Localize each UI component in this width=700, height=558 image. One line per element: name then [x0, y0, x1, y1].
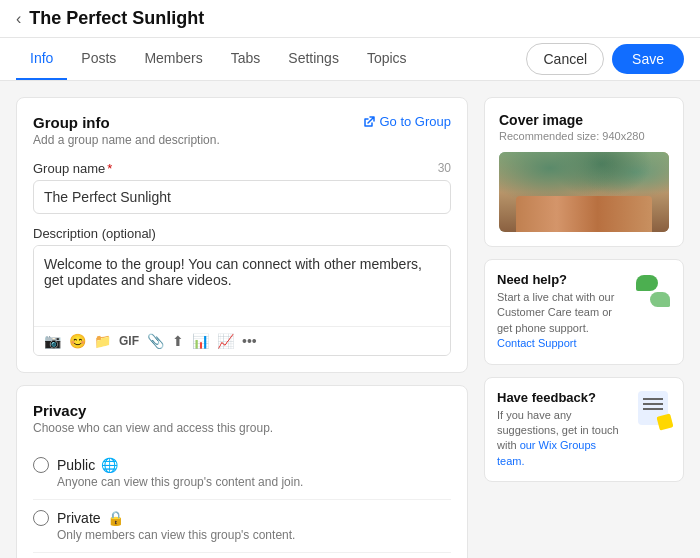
- privacy-public-icon: 🌐: [101, 457, 118, 473]
- char-count: 30: [438, 161, 451, 176]
- privacy-private-header: Private 🔒: [33, 510, 451, 526]
- privacy-option-private: Private 🔒 Only members can view this gro…: [33, 500, 451, 553]
- right-panel: Cover image Recommended size: 940x280 Ne…: [484, 97, 684, 482]
- toolbar-folder-icon[interactable]: 📁: [94, 333, 111, 349]
- group-info-header: Group info Add a group name and descript…: [33, 114, 451, 159]
- go-to-group-link[interactable]: Go to Group: [363, 114, 451, 129]
- feedback-title: Have feedback?: [497, 390, 625, 405]
- toolbar-attachment-icon[interactable]: 📎: [147, 333, 164, 349]
- go-to-group-label: Go to Group: [379, 114, 451, 129]
- cancel-button[interactable]: Cancel: [526, 43, 604, 75]
- privacy-public-label: Public 🌐: [57, 457, 118, 473]
- chat-bubble-1: [636, 275, 658, 291]
- need-help-title: Need help?: [497, 272, 625, 287]
- privacy-public-radio[interactable]: [33, 457, 49, 473]
- description-field-wrapper: Welcome to the group! You can connect wi…: [33, 245, 451, 356]
- privacy-public-header: Public 🌐: [33, 457, 451, 473]
- save-button[interactable]: Save: [612, 44, 684, 74]
- group-name-label-text: Group name: [33, 161, 105, 176]
- privacy-private-icon: 🔒: [107, 510, 124, 526]
- page-title: The Perfect Sunlight: [29, 8, 204, 29]
- toolbar-more-icon[interactable]: •••: [242, 333, 257, 349]
- cover-image-card: Cover image Recommended size: 940x280: [484, 97, 684, 247]
- need-help-body: Start a live chat with our Customer Care…: [497, 290, 625, 352]
- cover-image-title: Cover image: [499, 112, 669, 128]
- pencil-illustration: [656, 413, 673, 430]
- privacy-option-public: Public 🌐 Anyone can view this group's co…: [33, 447, 451, 500]
- need-help-text: Need help? Start a live chat with our Cu…: [497, 272, 625, 352]
- tab-tabs[interactable]: Tabs: [217, 38, 275, 80]
- description-label: Description (optional): [33, 226, 156, 241]
- tab-members[interactable]: Members: [130, 38, 216, 80]
- feedback-body: If you have any suggestions, get in touc…: [497, 408, 625, 470]
- privacy-subtitle: Choose who can view and access this grou…: [33, 421, 451, 435]
- main-content: Group info Add a group name and descript…: [0, 81, 700, 558]
- toolbar-gif-icon[interactable]: GIF: [119, 334, 139, 348]
- back-button[interactable]: ‹: [16, 10, 21, 28]
- required-indicator: *: [107, 161, 112, 176]
- tab-info[interactable]: Info: [16, 38, 67, 80]
- privacy-private-label: Private 🔒: [57, 510, 124, 526]
- group-name-input[interactable]: [33, 180, 451, 214]
- toolbar-emoji-icon[interactable]: 😊: [69, 333, 86, 349]
- group-name-label: Group name *: [33, 161, 112, 176]
- need-help-card: Need help? Start a live chat with our Cu…: [484, 259, 684, 365]
- group-info-titles: Group info Add a group name and descript…: [33, 114, 220, 159]
- privacy-option-paying: Only paying members 💳 Members pay to vie…: [33, 553, 451, 558]
- contact-support-link[interactable]: Contact Support: [497, 337, 577, 349]
- privacy-card: Privacy Choose who can view and access t…: [16, 385, 468, 558]
- chat-icon: [635, 272, 671, 308]
- privacy-options: Public 🌐 Anyone can view this group's co…: [33, 447, 451, 558]
- description-textarea[interactable]: Welcome to the group! You can connect wi…: [34, 246, 450, 326]
- privacy-private-description: Only members can view this group's conte…: [57, 528, 451, 542]
- tab-topics[interactable]: Topics: [353, 38, 421, 80]
- nav-bar: Info Posts Members Tabs Settings Topics …: [0, 38, 700, 81]
- feedback-text: Have feedback? If you have any suggestio…: [497, 390, 625, 470]
- textarea-toolbar: 📷 😊 📁 GIF 📎 ⬆ 📊 📈 •••: [34, 326, 450, 355]
- nav-tabs: Info Posts Members Tabs Settings Topics: [16, 38, 526, 80]
- cover-image-preview[interactable]: [499, 152, 669, 232]
- header: ‹ The Perfect Sunlight: [0, 0, 700, 38]
- group-info-title: Group info: [33, 114, 220, 131]
- tab-settings[interactable]: Settings: [274, 38, 353, 80]
- feedback-card: Have feedback? If you have any suggestio…: [484, 377, 684, 483]
- toolbar-chart-icon[interactable]: 📊: [192, 333, 209, 349]
- toolbar-image-icon[interactable]: 📷: [44, 333, 61, 349]
- privacy-title: Privacy: [33, 402, 451, 419]
- privacy-private-radio[interactable]: [33, 510, 49, 526]
- privacy-public-text: Public: [57, 457, 95, 473]
- note-icon-wrapper: [635, 390, 671, 426]
- note-illustration: [638, 391, 668, 425]
- chat-bubble-illustration: [636, 273, 670, 307]
- privacy-private-text: Private: [57, 510, 101, 526]
- cover-image-subtitle: Recommended size: 940x280: [499, 130, 669, 142]
- group-info-subtitle: Add a group name and description.: [33, 133, 220, 147]
- need-help-body-text: Start a live chat with our Customer Care…: [497, 291, 614, 334]
- privacy-public-description: Anyone can view this group's content and…: [57, 475, 451, 489]
- group-name-label-row: Group name * 30: [33, 161, 451, 176]
- left-panel: Group info Add a group name and descript…: [16, 97, 468, 558]
- tab-posts[interactable]: Posts: [67, 38, 130, 80]
- group-info-card: Group info Add a group name and descript…: [16, 97, 468, 373]
- toolbar-upload-icon[interactable]: ⬆: [172, 333, 184, 349]
- nav-actions: Cancel Save: [526, 43, 684, 75]
- toolbar-poll-icon[interactable]: 📈: [217, 333, 234, 349]
- chat-bubble-2: [650, 292, 670, 307]
- external-link-icon: [363, 116, 375, 128]
- description-label-row: Description (optional): [33, 226, 451, 241]
